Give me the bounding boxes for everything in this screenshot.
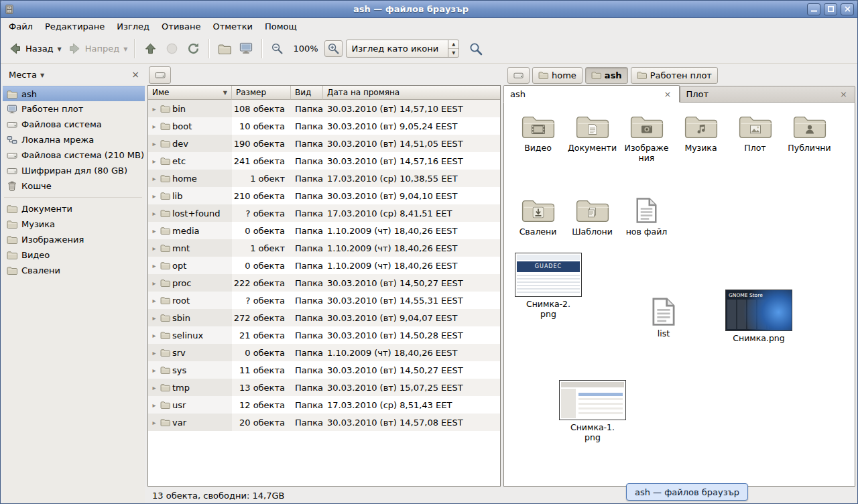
tree-row-lib[interactable]: ▸lib210 обектаПапка30.03.2010 (вт) 9,04,… <box>148 187 500 204</box>
icon-view-item-templates[interactable]: Шаблони <box>565 196 619 237</box>
icon-view-item-download[interactable]: Свалени <box>511 196 565 237</box>
expander-icon[interactable]: ▸ <box>150 227 158 235</box>
column-header-name[interactable]: Име▼ <box>148 86 232 100</box>
tree-row-media[interactable]: ▸media0 обектаПапка1.10.2009 (чт) 18,40,… <box>148 222 500 239</box>
tree-row-proc[interactable]: ▸proc222 обектаПапка30.03.2010 (вт) 14,5… <box>148 274 500 292</box>
tree-row-home[interactable]: ▸home1 обектПапка17.03.2010 (ср) 10,38,5… <box>148 170 500 187</box>
tab-plot[interactable]: Плот× <box>680 86 856 103</box>
expander-icon[interactable]: ▸ <box>150 123 158 130</box>
places-item-music[interactable]: Музика <box>3 216 145 232</box>
menu-edit[interactable]: Редактиране <box>40 19 110 34</box>
expander-icon[interactable]: ▸ <box>150 297 158 304</box>
tab-ash[interactable]: ash× <box>503 85 680 103</box>
expander-icon[interactable]: ▸ <box>150 332 158 339</box>
window-menu-icon[interactable] <box>4 4 15 15</box>
menu-go[interactable]: Отиване <box>156 19 206 34</box>
icon-view-item-file[interactable]: нов файл <box>619 196 674 237</box>
column-header-type[interactable]: Вид <box>291 86 323 100</box>
places-close-icon[interactable]: × <box>129 69 141 81</box>
expander-icon[interactable]: ▸ <box>150 158 158 165</box>
tree-row-var[interactable]: ▸var20 обектаПапка30.03.2010 (вт) 14,57,… <box>148 414 500 431</box>
icon-view-item-pictures[interactable]: Изображения <box>619 112 674 164</box>
path-button-home[interactable]: home <box>532 67 583 84</box>
forward-history-dropdown-icon[interactable]: ▼ <box>123 44 129 54</box>
path-button-desktop[interactable]: Работен плот <box>631 67 718 84</box>
places-item-volume-210mb[interactable]: Файлова система (210 MB) <box>3 147 145 163</box>
search-button[interactable] <box>467 40 485 58</box>
view-mode-spinner[interactable]: ▲▼ <box>448 40 458 57</box>
file-item-list[interactable]: list <box>639 297 688 339</box>
expander-icon[interactable]: ▸ <box>150 245 158 252</box>
places-item-trash[interactable]: Кошче <box>3 178 145 194</box>
icon-view-item-documents[interactable]: Документи <box>565 112 619 164</box>
tree-row-sys[interactable]: ▸sys11 обектаПапка30.03.2010 (вт) 14,50,… <box>148 361 500 379</box>
places-selector[interactable]: Места <box>9 70 37 80</box>
file-item-snimka-2[interactable]: GUADEC Снимка-2.png <box>513 253 583 320</box>
tab-close-icon[interactable]: × <box>663 89 673 99</box>
zoom-in-button[interactable] <box>324 40 343 57</box>
tree-row-bin[interactable]: ▸bin108 обектаПапка30.03.2010 (вт) 14,57… <box>148 100 500 117</box>
tree-row-root[interactable]: ▸root? обектаПапка30.03.2010 (вт) 14,55,… <box>148 292 500 309</box>
chevron-down-icon[interactable]: ▼ <box>40 72 44 78</box>
places-item-video[interactable]: Видео <box>3 247 145 263</box>
close-button[interactable] <box>841 3 854 15</box>
tree-row-opt[interactable]: ▸opt0 обектаПапка1.10.2009 (чт) 18,40,26… <box>148 257 500 274</box>
places-item-pictures[interactable]: Изображения <box>3 232 145 247</box>
tree-row-sbin[interactable]: ▸sbin272 обектаПапка30.03.2010 (вт) 9,04… <box>148 309 500 326</box>
reload-button[interactable] <box>183 39 204 58</box>
column-header-date[interactable]: Дата на промяна <box>323 86 500 100</box>
spin-up-icon[interactable]: ▲ <box>448 40 458 49</box>
expander-icon[interactable]: ▸ <box>150 349 158 357</box>
expander-icon[interactable]: ▸ <box>150 384 158 391</box>
expander-icon[interactable]: ▸ <box>150 367 158 374</box>
tab-close-icon[interactable]: × <box>839 89 849 99</box>
tree-row-srv[interactable]: ▸srv0 обектаПапка1.10.2009 (чт) 18,40,26… <box>148 344 500 361</box>
places-item-network[interactable]: Локална мрежа <box>3 132 145 147</box>
file-item-snimka-1[interactable]: Снимка-1.png <box>558 380 627 443</box>
titlebar[interactable]: ash — файлов браузър <box>1 1 857 18</box>
spin-down-icon[interactable]: ▼ <box>448 49 458 57</box>
places-item-documents[interactable]: Документи <box>3 201 145 216</box>
icon-view-item-video[interactable]: Видео <box>511 112 565 164</box>
zoom-out-button[interactable] <box>267 40 287 58</box>
expander-icon[interactable]: ▸ <box>150 210 158 217</box>
column-header-size[interactable]: Размер <box>232 86 291 100</box>
tree-row-boot[interactable]: ▸boot10 обектаПапка30.03.2010 (вт) 9,05,… <box>148 117 500 135</box>
back-button[interactable]: Назад <box>5 39 57 58</box>
tree-row-dev[interactable]: ▸dev190 обектаПапка30.03.2010 (вт) 14,51… <box>148 135 500 152</box>
view-mode-selector[interactable]: Изглед като икони ▲▼ <box>346 40 460 58</box>
tree-row-selinux[interactable]: ▸selinux21 обектаПапка30.03.2010 (вт) 14… <box>148 326 500 344</box>
root-location-button[interactable] <box>149 66 171 84</box>
forward-button[interactable]: Напред <box>64 39 123 58</box>
icon-view-item-public[interactable]: Публични <box>782 112 837 164</box>
places-item-downloads[interactable]: Свалени <box>3 263 145 278</box>
menu-view[interactable]: Изглед <box>111 19 155 34</box>
expander-icon[interactable]: ▸ <box>150 140 158 147</box>
expander-icon[interactable]: ▸ <box>150 419 158 426</box>
tree-row-usr[interactable]: ▸usr12 обектаПапка17.03.2010 (ср) 8,51,4… <box>148 396 500 414</box>
icon-view-item-desktop[interactable]: Плот <box>728 112 782 164</box>
minimize-button[interactable] <box>807 3 820 15</box>
expander-icon[interactable]: ▸ <box>150 262 158 269</box>
path-button-ash[interactable]: ash <box>585 67 628 84</box>
up-button[interactable] <box>140 39 161 58</box>
places-item-encrypted-80gb[interactable]: Шифриран дял (80 GB) <box>3 163 145 178</box>
expander-icon[interactable]: ▸ <box>150 279 158 287</box>
expander-icon[interactable]: ▸ <box>150 105 158 113</box>
maximize-button[interactable] <box>824 3 837 15</box>
places-item-home[interactable]: ash <box>3 86 145 101</box>
places-item-desktop[interactable]: Работен плот <box>3 101 145 117</box>
home-button[interactable] <box>214 41 235 57</box>
computer-button[interactable] <box>235 39 257 58</box>
tree-row-lost+found[interactable]: ▸lost+found? обектаПапка17.03.2010 (ср) … <box>148 204 500 222</box>
expander-icon[interactable]: ▸ <box>150 175 158 182</box>
icon-view-item-music[interactable]: Музика <box>674 112 728 164</box>
menu-bookmarks[interactable]: Отметки <box>207 19 257 34</box>
expander-icon[interactable]: ▸ <box>150 314 158 322</box>
places-item-filesystem[interactable]: Файлова система <box>3 117 145 132</box>
menu-file[interactable]: Файл <box>3 19 38 34</box>
menu-help[interactable]: Помощ <box>259 19 302 34</box>
expander-icon[interactable]: ▸ <box>150 192 158 200</box>
back-history-dropdown-icon[interactable]: ▼ <box>58 44 64 54</box>
stop-button[interactable] <box>162 39 182 58</box>
